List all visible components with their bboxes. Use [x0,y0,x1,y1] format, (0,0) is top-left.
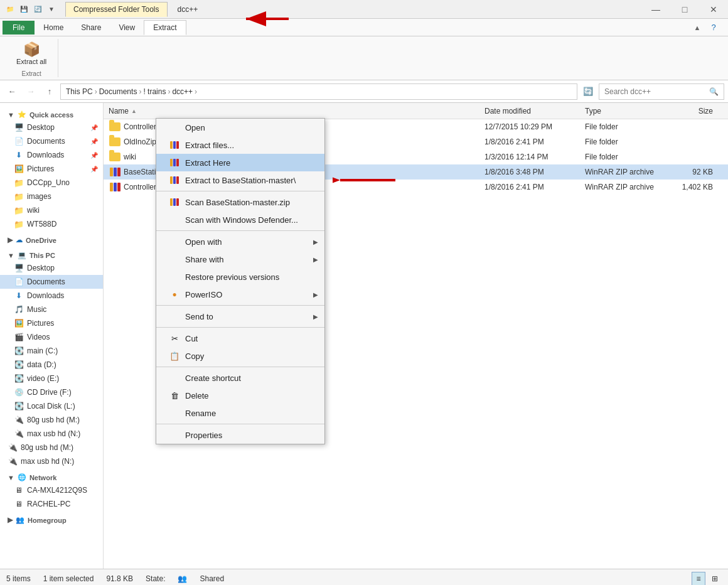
sidebar-downloads2-label: Downloads [27,291,64,300]
breadcrumb-documents[interactable]: Documents [99,87,137,96]
breadcrumb-trains[interactable]: ! trains [143,87,166,96]
ctx-create-shortcut[interactable]: Create shortcut [156,369,324,387]
col-header-type[interactable]: Type [585,107,673,115]
main-layout: ▼ ⭐ Quick access 🖥️ Desktop 📌 📄 Document… [0,103,728,569]
ctx-open[interactable]: Open [156,119,324,136]
folder-icon-wiki-row [109,151,121,163]
sidebar-item-downloads-pc[interactable]: ⬇ Downloads [0,289,103,303]
ctx-extract-here[interactable]: Extract Here [156,154,324,171]
sidebar-item-wt588d[interactable]: 📁 WT588D [0,217,103,231]
ctx-open-with[interactable]: Open with ▶ [156,233,324,250]
sidebar-item-f[interactable]: 💿 CD Drive (F:) [0,385,103,399]
sidebar-item-documents-pc[interactable]: 📄 Documents [0,275,103,289]
close-button[interactable]: ✕ [699,0,728,19]
pin-icon3: 📌 [90,152,98,159]
sidebar-item-e[interactable]: 💽 video (E:) [0,372,103,385]
sidebar-item-music[interactable]: 🎵 Music [0,303,103,316]
sidebar-item-pictures-qa[interactable]: 🖼️ Pictures 📌 [0,162,103,176]
sidebar-item-m2[interactable]: 🔌 80g usb hd (M:) [0,441,103,454]
sidebar-item-l[interactable]: 💽 Local Disk (L:) [0,399,103,413]
ctx-extract-to-icon [169,174,180,186]
ctx-extract-to[interactable]: Extract to BaseStation-master\ [156,171,324,189]
ctx-scan-defender[interactable]: Scan with Windows Defender... [156,211,324,228]
ctx-copy[interactable]: 📋 Copy [156,347,324,365]
tab-extract[interactable]: Extract [144,20,186,35]
sidebar-m-label: 80g usb hd (M:) [27,416,80,424]
col-header-date[interactable]: Date modified [484,107,585,115]
ctx-delete[interactable]: 🗑 Delete [156,387,324,404]
breadcrumb-dcc[interactable]: dcc++ [172,87,193,96]
sidebar-item-c[interactable]: 💽 main (C:) [0,344,103,358]
sidebar-item-videos[interactable]: 🎬 Videos [0,330,103,344]
folder-icon-wt: 📁 [14,219,24,229]
ribbon-collapse-button[interactable]: ▲ [690,21,704,35]
onedrive-icon: ☁ [16,236,23,244]
sidebar-item-pictures-pc[interactable]: 🖼️ Pictures [0,316,103,330]
file-size-controllermaster: 1,402 KB [673,183,723,191]
ctx-scan[interactable]: Scan BaseStation-master.zip [156,193,324,211]
ctx-extract-files[interactable]: Extract files... [156,136,324,154]
sidebar-item-desktop-pc[interactable]: 🖥️ Desktop [0,261,103,275]
refresh-button[interactable]: 🔄 [580,83,596,100]
forward-button[interactable]: → [23,83,39,100]
sidebar-item-ca[interactable]: 🖥 CA-MXL4212Q9S [0,483,103,497]
ctx-open-with-label: Open with [185,237,312,247]
quick-access-icon[interactable]: 💾 [19,4,29,14]
help-button[interactable]: ? [707,21,720,35]
network-icon: 🌐 [18,473,26,481]
title-bar-menu-icon[interactable]: ▼ [46,4,56,14]
ctx-restore[interactable]: Restore previous versions [156,268,324,286]
tab-share[interactable]: Share [72,21,110,35]
maximize-button[interactable]: □ [670,0,699,19]
sidebar-item-desktop-qa[interactable]: 🖥️ Desktop 📌 [0,121,103,134]
ctx-rename[interactable]: Rename [156,404,324,422]
ctx-poweriso[interactable]: ● PowerISO ▶ [156,286,324,303]
tab-compressed-folder-tools[interactable]: Compressed Folder Tools [65,2,168,17]
ctx-extract-here-label: Extract Here [185,158,312,168]
sidebar-section-thispc[interactable]: ▼ 💻 This PC [0,246,103,261]
sidebar-item-documents-qa[interactable]: 📄 Documents 📌 [0,134,103,148]
sidebar-item-d[interactable]: 💽 data (D:) [0,358,103,372]
details-view-button[interactable]: ≡ [692,572,705,586]
file-date-oldino: 1/8/2016 2:41 PM [484,137,585,146]
ctx-properties[interactable]: Properties [156,426,324,444]
col-header-size[interactable]: Size [673,107,723,115]
back-button[interactable]: ← [4,83,20,100]
up-button[interactable]: ↑ [41,83,58,100]
zip-icon-controller [109,181,121,193]
sidebar-item-downloads-qa[interactable]: ⬇ Downloads 📌 [0,148,103,162]
sidebar-item-n[interactable]: 🔌 max usb hd (N:) [0,427,103,441]
ctx-sep2 [156,230,324,231]
sidebar-item-images[interactable]: 📁 images [0,190,103,203]
sidebar-item-dccpp[interactable]: 📁 DCCpp_Uno [0,176,103,190]
ctx-poweriso-icon: ● [169,289,180,300]
col-header-name[interactable]: Name ▲ [109,107,484,115]
large-icons-view-button[interactable]: ⊞ [708,572,722,586]
extract-all-button[interactable]: 📦 Extract all [10,39,53,68]
sidebar-downloads-label: Downloads [27,151,64,159]
tab-home[interactable]: Home [35,21,72,35]
tab-file[interactable]: File [3,21,35,35]
status-selected: 1 item selected [43,574,94,583]
sidebar-section-quick-access[interactable]: ▼ ⭐ Quick access [0,105,103,121]
ctx-cut[interactable]: ✂ Cut [156,330,324,347]
sidebar-item-n2[interactable]: 🔌 max usb hd (N:) [0,454,103,468]
tab-dcc[interactable]: dcc++ [170,3,206,16]
sidebar-section-network[interactable]: ▼ 🌐 Network [0,468,103,483]
sidebar-item-wiki[interactable]: 📁 wiki [0,203,103,217]
sidebar-item-rachel[interactable]: 🖥 RACHEL-PC [0,497,103,511]
sidebar-section-homegroup[interactable]: ▶ 👥 Homegroup [0,511,103,526]
sidebar-section-onedrive[interactable]: ▶ ☁ OneDrive [0,231,103,246]
breadcrumb-thispc[interactable]: This PC [66,87,93,96]
ctx-send-to[interactable]: Send to ▶ [156,308,324,325]
minimize-button[interactable]: — [641,0,670,19]
search-input[interactable] [604,87,705,96]
ctx-share-with[interactable]: Share with ▶ [156,250,324,268]
title-bar-pin-icon[interactable]: 🔄 [33,4,43,14]
breadcrumb[interactable]: This PC › Documents › ! trains › dcc++ › [60,83,577,100]
search-icon[interactable]: 🔍 [709,87,719,96]
ctx-sep4 [156,327,324,328]
thispc-icon: 💻 [18,251,26,259]
sidebar-item-m[interactable]: 🔌 80g usb hd (M:) [0,413,103,427]
tab-view[interactable]: View [110,21,144,35]
